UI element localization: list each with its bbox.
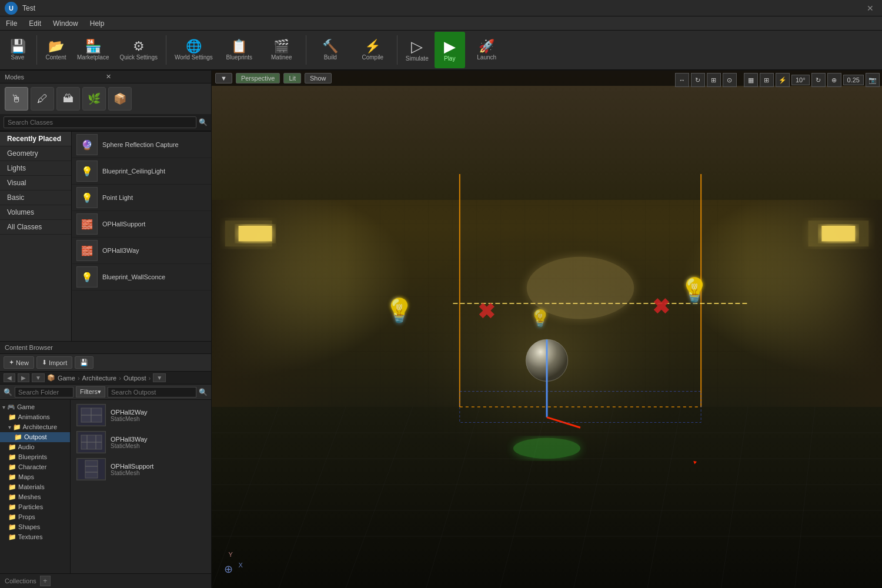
folder-blueprints[interactable]: 📁 Blueprints [0,452,70,462]
folder-particles[interactable]: 📁 Particles [0,502,70,512]
3d-scene: 💡 💡 💡 ✖ ✖ [212,71,882,588]
list-item[interactable]: 🧱 OPHallSupport [72,211,211,238]
category-lights[interactable]: Lights [0,161,71,176]
import-button[interactable]: ⬇ Import [36,356,72,369]
play-icon: ▶ [444,39,456,54]
mode-geometry[interactable]: 📦 [108,87,132,111]
list-item[interactable]: 🔮 Sphere Reflection Capture [72,132,211,158]
search-classes-bar: 🔍 [0,114,211,131]
item-thumb: 💡 [76,161,98,182]
play-button[interactable]: ▶ Play [435,32,465,68]
path-architecture[interactable]: Architecture [82,375,117,382]
content-button[interactable]: 📂 Content [41,32,71,68]
folder-animations[interactable]: 📁 Animations [0,412,70,422]
folder-blueprints-label: 📁 Blueprints [8,453,47,461]
collections-bar: Collections + [0,573,211,588]
rotate-tool[interactable]: ↻ [691,73,705,87]
list-item[interactable]: 🧱 OPHall3Way [72,238,211,264]
folder-audio[interactable]: 📁 Audio [0,442,70,452]
nav-back-button[interactable]: ◀ [4,373,15,382]
compile-button[interactable]: ⚡ Compile [352,32,393,68]
menu-help[interactable]: Help [84,16,111,30]
simulate-button[interactable]: ▷ Simulate [401,32,433,68]
matinee-button[interactable]: 🎬 Matinee [261,32,302,68]
marketplace-button[interactable]: 🏪 Marketplace [72,32,113,68]
folder-shapes-label: 📁 Shapes [8,523,40,531]
mode-select[interactable]: 🖱 [5,87,28,111]
folder-architecture[interactable]: ▾ 📁 Architecture [0,422,70,432]
list-item[interactable]: 💡 Blueprint_WallSconce [72,264,211,290]
folder-textures[interactable]: 📁 Textures [0,532,70,542]
category-recently-placed[interactable]: Recently Placed [0,132,71,146]
modes-close[interactable]: ✕ [106,73,207,81]
perspective-button[interactable]: Perspective [236,73,280,83]
show-button[interactable]: Show [305,73,332,83]
camera-settings[interactable]: 📷 [866,73,880,87]
category-volumes[interactable]: Volumes [0,205,71,220]
build-button[interactable]: 🔨 Build [310,32,351,68]
asset-item-ophall2way[interactable]: OPHall2Way StaticMesh [73,402,209,428]
folder-maps[interactable]: 📁 Maps [0,472,70,482]
world-local-toggle[interactable]: ⊙ [723,73,737,87]
scale-tool[interactable]: ⊞ [707,73,721,87]
mode-landscape[interactable]: 🏔 [56,87,80,111]
scale-snap[interactable]: ⊕ [827,73,841,87]
path-outpost[interactable]: Outpost [123,375,146,382]
menu-edit[interactable]: Edit [23,16,47,30]
nav-forward-button[interactable]: ▶ [18,373,29,382]
new-button[interactable]: ✦ New [4,356,34,369]
content-search-input[interactable] [108,387,196,397]
asset-item-ophallsupport[interactable]: OPHallSupport StaticMesh [73,456,209,482]
grid-snap[interactable]: ⊞ [760,73,774,87]
launch-button[interactable]: 🚀 Launch [466,32,507,68]
save-all-button[interactable]: 💾 [75,356,93,369]
path-game[interactable]: Game [58,375,75,382]
category-visual[interactable]: Visual [0,176,71,191]
save-button[interactable]: 💾 Save [2,32,33,68]
mode-foliage[interactable]: 🌿 [82,87,106,111]
folder-search-input[interactable] [15,387,74,397]
menu-file[interactable]: File [0,16,23,30]
world-settings-button[interactable]: 🌐 World Settings [170,32,218,68]
folder-props[interactable]: 📁 Props [0,512,70,522]
compile-label: Compile [362,54,383,61]
snap-settings[interactable]: ⚡ [776,73,790,87]
folder-outpost[interactable]: 📁 Outpost [0,432,70,442]
folder-game-label: 🎮 Game [7,403,35,411]
lit-button[interactable]: Lit [283,73,301,83]
nav-up-button[interactable]: ▼ [32,373,45,382]
list-item[interactable]: 💡 Point Light [72,185,211,211]
viewport[interactable]: ▼ Perspective Lit Show ↔ ↻ ⊞ ⊙ ▦ ⊞ ⚡ 10°… [212,71,882,588]
rotate-snap[interactable]: ↻ [811,73,826,87]
nav-options-button[interactable]: ▼ [153,373,166,382]
search-classes-input[interactable] [4,116,196,128]
folder-game[interactable]: ▾ 🎮 Game [0,402,70,412]
viewport-right-controls: ↔ ↻ ⊞ ⊙ ▦ ⊞ ⚡ 10° ↻ ⊕ 0.25 📷 [675,73,880,87]
list-item[interactable]: 💡 Blueprint_CeilingLight [72,158,211,185]
menu-window[interactable]: Window [47,16,84,30]
category-geometry[interactable]: Geometry [0,146,71,161]
quick-settings-button[interactable]: ⚙ Quick Settings [115,32,162,68]
viewport-dropdown[interactable]: ▼ [215,73,232,83]
app-title: Test [22,4,863,12]
asset-item-ophall3way[interactable]: OPHall3Way StaticMesh [73,429,209,455]
mode-paint[interactable]: 🖊 [31,87,54,111]
modes-content: Recently Placed Geometry Lights Visual B… [0,132,211,341]
translate-tool[interactable]: ↔ [675,73,689,87]
category-basic[interactable]: Basic [0,191,71,205]
collections-label: Collections [5,577,36,584]
asset-grid: OPHall2Way StaticMesh [71,400,211,573]
filters-button[interactable]: Filters▾ [76,386,105,397]
surface-snap[interactable]: ▦ [744,73,758,87]
blueprints-button[interactable]: 📋 Blueprints [219,32,260,68]
folder-character[interactable]: 📁 Character [0,462,70,472]
placed-items-list: 🔮 Sphere Reflection Capture 💡 Blueprint_… [72,132,211,341]
folder-materials[interactable]: 📁 Materials [0,482,70,492]
close-button[interactable]: ✕ [863,4,877,13]
grid-snap-value[interactable]: 10° [791,75,810,85]
add-collection-button[interactable]: + [40,576,51,586]
folder-meshes[interactable]: 📁 Meshes [0,492,70,502]
folder-shapes[interactable]: 📁 Shapes [0,522,70,532]
category-all-classes[interactable]: All Classes [0,220,71,235]
scale-snap-value[interactable]: 0.25 [843,75,864,85]
